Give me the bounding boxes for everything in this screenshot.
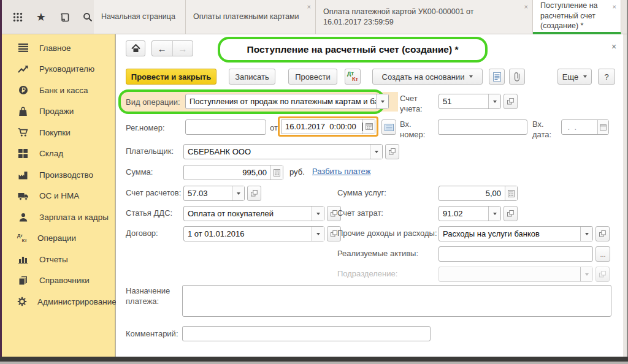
contract-combobox[interactable]: 1 от 01.01.2016 — [183, 226, 324, 241]
sidebar-item-spravochniki[interactable]: Справочники — [2, 270, 115, 292]
save-button[interactable]: Записать — [229, 69, 275, 85]
books-icon — [17, 276, 29, 285]
settlement-account-field[interactable]: 57.03 — [183, 186, 245, 201]
window-frame-bottom[interactable] — [0, 357, 628, 362]
account-field[interactable]: 51 — [438, 94, 501, 109]
topbar: ★ Начальная страница Оплаты платежными к… — [2, 0, 627, 34]
sidebar-item-rukovoditelyu[interactable]: Руководителю — [2, 59, 115, 80]
reg-number-input[interactable] — [185, 119, 266, 135]
favorites-star-icon[interactable]: ★ — [35, 11, 47, 23]
sidebar-item-otchety[interactable]: Отчеты — [2, 249, 115, 270]
main-menu-grid-icon[interactable] — [12, 11, 23, 23]
settlement-account-label: Счет расчетов: — [126, 188, 181, 199]
sidebar-item-zarplata-i-kadry[interactable]: Зарплата и кадры — [2, 207, 115, 228]
comment-input[interactable] — [182, 326, 431, 341]
chevron-down-icon — [493, 213, 497, 215]
back-button[interactable]: ← — [152, 41, 172, 56]
department-open-button — [595, 267, 610, 282]
open-form-icon — [331, 230, 337, 237]
create-based-on-button[interactable]: Создать на основании — [372, 69, 483, 85]
home-button[interactable] — [126, 40, 145, 56]
tab-card-payment-document[interactable]: Оплата платежной картой УК00-000001 от 1… — [316, 0, 533, 34]
dtkt-postings-button[interactable]: ДтКт — [345, 69, 361, 85]
service-amount-input[interactable]: 5,00 — [438, 186, 518, 201]
cost-account-field[interactable]: 91.02 — [438, 206, 501, 221]
payer-open-button[interactable] — [385, 144, 399, 159]
close-icon[interactable]: × — [307, 3, 311, 10]
account-open-button[interactable] — [504, 94, 518, 109]
operation-type-combobox[interactable]: Поступления от продаж по платежным карта… — [185, 94, 389, 109]
cash-flow-item-combobox[interactable]: Оплата от покупателей — [183, 206, 324, 221]
tab-card-payments-list[interactable]: Оплаты платежными картами × — [186, 0, 316, 34]
settlement-account-open-button[interactable] — [247, 186, 261, 201]
date-input[interactable]: 16.01.2017 0:00:00 — [281, 119, 375, 134]
dropdown-button[interactable] — [312, 227, 324, 241]
close-icon[interactable]: × — [613, 3, 616, 10]
dropdown-button[interactable] — [488, 207, 500, 221]
calendar-button[interactable] — [362, 119, 375, 134]
help-button[interactable]: ? — [598, 69, 615, 85]
sidebar-item-pokupki[interactable]: Покупки — [2, 122, 115, 143]
currency-label: руб. — [289, 167, 305, 178]
chevron-down-icon — [316, 213, 320, 215]
sold-assets-select-button[interactable]: ... — [595, 246, 610, 262]
in-date-input[interactable]: . . — [561, 119, 609, 135]
sidebar-item-label: Производство — [39, 170, 93, 180]
dropdown-button[interactable] — [488, 94, 500, 108]
sidebar-item-administrirovanie[interactable]: Администрирование — [2, 291, 115, 313]
other-income-expense-combobox[interactable]: Расходы на услуги банков — [438, 226, 593, 241]
register-journal-button[interactable] — [381, 119, 396, 135]
history-icon[interactable] — [59, 11, 71, 23]
cost-account-label: Счет затрат: — [337, 208, 383, 219]
sidebar: Главное Руководителю Банк и касса Продаж… — [2, 34, 115, 357]
open-form-icon — [389, 148, 396, 155]
cash-flow-item-label: Статья ДДС: — [126, 208, 172, 219]
sidebar-item-operacii[interactable]: ДтКт Операции — [2, 228, 115, 249]
sidebar-item-label: ОС и НМА — [39, 191, 79, 200]
attachments-button[interactable] — [509, 69, 525, 85]
tab-label: Поступление на расчетный счет (создание)… — [540, 1, 613, 32]
payer-label: Плательщик: — [126, 146, 174, 157]
sidebar-item-label: Склад — [39, 149, 63, 158]
operation-type-label: Вид операции: — [126, 97, 180, 108]
tab-bank-receipt-new[interactable]: Поступление на расчетный счет (создание)… — [533, 0, 621, 34]
dropdown-button[interactable] — [580, 227, 592, 241]
split-payment-link[interactable]: Разбить платеж — [312, 167, 370, 176]
sidebar-item-proizvodstvo[interactable]: Производство — [2, 164, 115, 186]
calculator-button[interactable] — [505, 186, 517, 200]
payer-combobox[interactable]: СБЕРБАНК ООО — [183, 144, 383, 159]
payment-purpose-textarea[interactable] — [182, 285, 611, 317]
tab-home[interactable]: Начальная страница — [94, 0, 186, 34]
sidebar-item-os-i-nma[interactable]: ОС и НМА — [2, 186, 115, 207]
dropdown-button[interactable] — [312, 207, 324, 221]
more-button[interactable]: Еще — [557, 69, 592, 85]
tab-label: Оплаты платежными картами — [193, 12, 299, 22]
sidebar-item-prodazhi[interactable]: Продажи — [2, 101, 115, 123]
menu-icon — [17, 44, 29, 52]
calculator-button[interactable] — [270, 165, 283, 180]
posting-report-button[interactable] — [489, 69, 505, 85]
other-income-expense-open-button[interactable] — [595, 226, 610, 241]
close-icon[interactable]: × — [524, 3, 528, 10]
sidebar-item-sklad[interactable]: Склад — [2, 143, 115, 165]
cost-account-open-button[interactable] — [504, 206, 518, 221]
form-title: Поступление на расчетный счет (создание)… — [219, 38, 486, 61]
dropdown-button[interactable] — [370, 145, 382, 159]
dropdown-button[interactable] — [232, 186, 244, 200]
dropdown-button[interactable] — [376, 94, 388, 108]
in-number-input[interactable] — [438, 119, 527, 135]
sidebar-item-label: Справочники — [39, 276, 90, 285]
close-form-icon[interactable]: × — [611, 42, 616, 51]
dropdown-button — [580, 267, 592, 281]
calendar-button[interactable] — [597, 120, 608, 134]
sidebar-item-label: Руководителю — [39, 64, 94, 74]
post-and-close-button[interactable]: Провести и закрыть — [126, 69, 216, 85]
post-button[interactable]: Провести — [288, 69, 337, 85]
in-number-label: Вх. номер: — [400, 119, 432, 140]
amount-input[interactable]: 995,00 — [183, 165, 283, 180]
sold-assets-input[interactable] — [438, 246, 593, 262]
sidebar-item-bank-i-kassa[interactable]: Банк и касса — [2, 80, 115, 101]
forward-button[interactable]: → — [172, 41, 193, 56]
search-icon[interactable] — [82, 11, 94, 23]
sidebar-item-glavnoe[interactable]: Главное — [2, 37, 115, 59]
